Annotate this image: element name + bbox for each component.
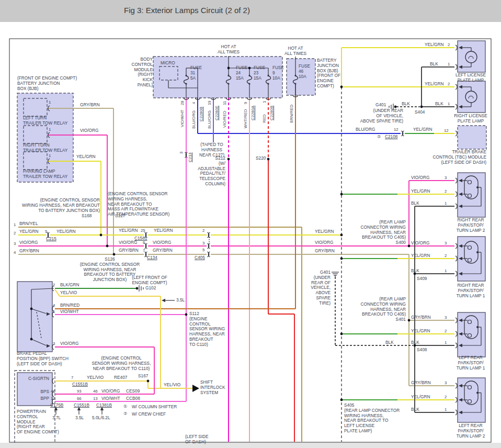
- bpp-pin-3: 3: [53, 341, 55, 346]
- fuse46-label: FUSE 46 10A: [299, 64, 310, 79]
- ll-wire-1: BLK: [430, 62, 438, 67]
- pin-mark: [456, 84, 457, 89]
- c405-pin-2: 2: [202, 228, 204, 233]
- splice-dot: [408, 319, 411, 322]
- relay1-pin: 1: [49, 100, 51, 105]
- c405-pin-5: 5: [202, 248, 204, 253]
- pin-mark: [456, 331, 457, 337]
- row2-num: 2: [14, 231, 16, 236]
- rr2-wire-1: BLK: [411, 201, 419, 206]
- wire-label-vio-org-a: VIO/ORG: [19, 240, 38, 245]
- fuse-dot: [267, 83, 269, 84]
- lr2-wire-2: YEL/GRN: [411, 395, 430, 400]
- left-side-of-dash-note: (LEFT SIDE OF DASH): [185, 434, 209, 445]
- pin-mark: [456, 192, 457, 197]
- rl-wire-1: BLK: [435, 102, 443, 107]
- wire-label-brn-red: BRN/RED: [60, 303, 79, 308]
- c405-pin-3: 3: [202, 241, 204, 246]
- pcm-pin-bps: BPS: [19, 389, 49, 395]
- fuse-dot: [248, 75, 250, 76]
- wire-label-vio-red-v: VIO/RED: [222, 111, 227, 128]
- bcm-pin-11: 11: [222, 101, 227, 105]
- lr1-pin-3: 3: [445, 315, 447, 320]
- bjb2-label: BATTERY JUNCTION BOX (BJB) (FRONT OF ENG…: [317, 58, 340, 89]
- bcm-pin-19: 19: [207, 100, 212, 105]
- splice-dot: [106, 245, 109, 248]
- fuse9-label: FUSE 9 10A: [272, 65, 284, 81]
- c134-pin-6: 6: [143, 240, 145, 245]
- engine-3-5l-note: 3.5L: [176, 298, 185, 303]
- rr2-wire-3: VIO/ORG: [411, 175, 430, 181]
- tbc-note-2: ②: [377, 135, 381, 140]
- fuse-dot: [267, 75, 269, 76]
- ll-pin-2: 2: [448, 42, 450, 48]
- lr1-wire-blk-dash: BLK: [385, 340, 394, 345]
- bpp-pin-4: 4: [53, 303, 55, 308]
- splice-dot: [100, 234, 103, 237]
- pcm-pin-bpp: BPP: [19, 396, 49, 401]
- wire-label-red-v: RED: [262, 115, 267, 123]
- c215-pin: 5: [45, 229, 47, 234]
- pin-mark: [456, 45, 457, 50]
- splice-dot: [113, 253, 116, 256]
- splice-dot: [340, 333, 343, 335]
- row3-num: 3: [14, 241, 16, 247]
- pin-mark: [456, 178, 457, 183]
- connector-c134: C134: [147, 255, 157, 261]
- ground-g401a: G401: [375, 103, 386, 108]
- code-ccb08: CCB08: [126, 396, 140, 401]
- bcm-pin-28: 28: [180, 100, 185, 105]
- connector-c405: C405: [195, 255, 205, 261]
- rr1-pin-1: 1: [445, 268, 447, 274]
- connector-c175b: C175B: [50, 403, 63, 408]
- lr2-pin-1: 1: [445, 407, 447, 412]
- fuse-dot: [294, 83, 296, 84]
- lr2-pin-2: 2: [445, 395, 447, 400]
- bjb1-label: (FRONT OF ENGINE COMPT) BATTERY JUNCTION…: [17, 76, 77, 91]
- splice-dot: [147, 380, 150, 383]
- lr1-lamp-label: LEFT REAR PARK/STOP/ TURN LAMP 1: [445, 355, 497, 371]
- wire-label-gry-brn: GRY/BRN: [80, 103, 100, 108]
- fuse-dot: [248, 83, 250, 84]
- lr2-wire-3: GRY/BRN: [411, 380, 431, 386]
- rl-wire-blk-dash: BLK: [402, 102, 410, 107]
- code-ces09: CES09: [126, 389, 140, 394]
- rr1-pin-2: 2: [445, 253, 447, 259]
- wire-label-yel-vio-a: YEL/VIO: [60, 290, 77, 296]
- shift-interlock-arrow: [192, 385, 199, 392]
- right-license-lamp-label: RIGHT LICENSE PLATE LAMP: [445, 114, 497, 124]
- pin-mark: [456, 397, 457, 402]
- engine-3-5l: 3.5L: [75, 416, 84, 421]
- wire-label-vio-wht-v: VIO/WHT: [180, 110, 185, 127]
- pin-mark: [52, 378, 54, 384]
- rr1-wire-3: VIO/ORG: [411, 241, 430, 246]
- wire-label-blk-grn: BLK/GRN: [60, 283, 79, 288]
- splice-s405-note: S405 (REAR LAMP CONNECTOR WIRING HARNESS…: [344, 403, 400, 434]
- bcm-pin-1: 1: [262, 101, 267, 103]
- bcm-pin-4: 4: [191, 102, 197, 104]
- pcm-pin-46b: 46: [93, 389, 98, 394]
- note-2-text: W/ CREW CHIEF: [132, 412, 166, 417]
- rl-pin-1: 1: [448, 102, 450, 107]
- c110-breakout-note: (ENGINE CONTROL SENSOR WIRING HARNESS, N…: [83, 356, 160, 371]
- engine-note-arrow: [162, 299, 165, 302]
- engine-5-0l-6-2l: 5.0L/6.2L: [92, 416, 110, 421]
- wire-label-gry-brn-r: GRY/BRN: [315, 249, 335, 254]
- ll-pin-1: 1: [448, 62, 450, 67]
- rr2-wire-2: YEL/GRN: [411, 189, 430, 194]
- wire-label-yel-grn: YEL/GRN: [76, 154, 95, 160]
- bottom-strip: [0, 443, 501, 448]
- shift-interlock-label: SHIFT INTERLOCK SYSTEM: [200, 380, 225, 395]
- pcm-pin-93: 93: [77, 389, 82, 394]
- connector-c2108: C2108: [385, 135, 397, 140]
- relay2-label: RIGHT TURN TRAILER TOW RELAY: [23, 143, 67, 153]
- fuse-dot: [227, 83, 229, 84]
- lr1-wire-3: GRY/BRN: [411, 315, 431, 320]
- connector-c2280a: C2280A: [251, 106, 256, 120]
- hot-at-all-times-1: HOT AT ALL TIMES: [217, 44, 241, 55]
- title-bar: Fig 3: Exterior Lamps Circuit (2 of 2): [0, 0, 501, 22]
- wire-label-yel-grn-c: YEL/GRN: [119, 228, 138, 233]
- bpp-switch-box: [17, 282, 52, 352]
- splice-dot: [136, 287, 139, 290]
- relay3-label: PARKING LAMP TRAILER TOW RELAY: [23, 169, 67, 180]
